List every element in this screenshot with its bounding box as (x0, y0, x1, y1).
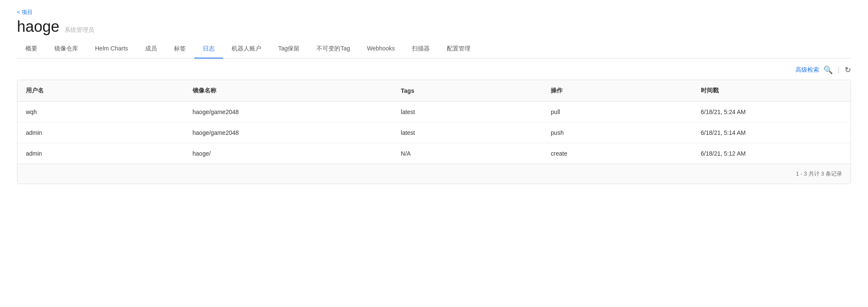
tab-members[interactable]: 成员 (137, 40, 165, 59)
page-container: < 项目 haoge 系统管理员 概要 镜像仓库 Helm Charts 成员 … (0, 0, 868, 184)
col-header-action: 操作 (542, 80, 692, 102)
tab-tag-retention[interactable]: Tag保留 (270, 40, 308, 59)
cell-image: haoge/game2048 (184, 102, 392, 123)
cell-action: create (542, 143, 692, 164)
project-name: haoge (17, 18, 59, 36)
table-row: admin haoge/game2048 latest push 6/18/21… (17, 123, 851, 143)
cell-tags: N/A (392, 143, 543, 164)
table-container: 用户名 镜像名称 Tags 操作 时间戳 wqh haoge/game2048 … (17, 80, 851, 184)
tab-logs[interactable]: 日志 (194, 40, 223, 59)
admin-label: 系统管理员 (64, 26, 94, 34)
col-header-username: 用户名 (17, 80, 184, 102)
tab-helm-charts[interactable]: Helm Charts (87, 40, 137, 59)
table-row: wqh haoge/game2048 latest pull 6/18/21, … (17, 102, 851, 123)
cell-username: admin (17, 143, 184, 164)
col-header-time: 时间戳 (692, 80, 851, 102)
advanced-search-link[interactable]: 高级检索 (795, 66, 819, 74)
cell-time: 6/18/21, 5:14 AM (692, 123, 851, 143)
cell-action: push (542, 123, 692, 143)
cell-tags: latest (392, 123, 543, 143)
tab-scanner[interactable]: 扫描器 (403, 40, 438, 59)
cell-image: haoge/game2048 (184, 123, 392, 143)
refresh-icon[interactable]: ↻ (845, 66, 851, 74)
tab-config[interactable]: 配置管理 (438, 40, 479, 59)
tab-robot-accounts[interactable]: 机器人账户 (223, 40, 270, 59)
tab-tags[interactable]: 标签 (165, 40, 194, 59)
nav-tabs: 概要 镜像仓库 Helm Charts 成员 标签 日志 机器人账户 Tag保留… (17, 40, 851, 59)
cell-time: 6/18/21, 5:24 AM (692, 102, 851, 123)
toolbar: 高级检索 🔍 | ↻ (17, 59, 851, 80)
search-icon[interactable]: 🔍 (823, 66, 833, 74)
back-link[interactable]: < 项目 (17, 8, 33, 16)
table-header-row: 用户名 镜像名称 Tags 操作 时间戳 (17, 80, 851, 102)
title-row: haoge 系统管理员 (17, 18, 851, 36)
cell-username: wqh (17, 102, 184, 123)
cell-image: haoge/ (184, 143, 392, 164)
cell-username: admin (17, 123, 184, 143)
table-row: admin haoge/ N/A create 6/18/21, 5:12 AM (17, 143, 851, 164)
logs-table: 用户名 镜像名称 Tags 操作 时间戳 wqh haoge/game2048 … (17, 80, 851, 164)
tab-registry[interactable]: 镜像仓库 (46, 40, 87, 59)
col-header-tags: Tags (392, 80, 543, 102)
cell-tags: latest (392, 102, 543, 123)
tab-immutable-tags[interactable]: 不可变的Tag (308, 40, 358, 59)
tab-webhooks[interactable]: Webhooks (358, 40, 403, 59)
table-footer: 1 - 3 共计 3 条记录 (17, 164, 851, 184)
col-header-image: 镜像名称 (184, 80, 392, 102)
cell-action: pull (542, 102, 692, 123)
tab-overview[interactable]: 概要 (17, 40, 46, 59)
toolbar-divider: | (838, 66, 840, 74)
cell-time: 6/18/21, 5:12 AM (692, 143, 851, 164)
